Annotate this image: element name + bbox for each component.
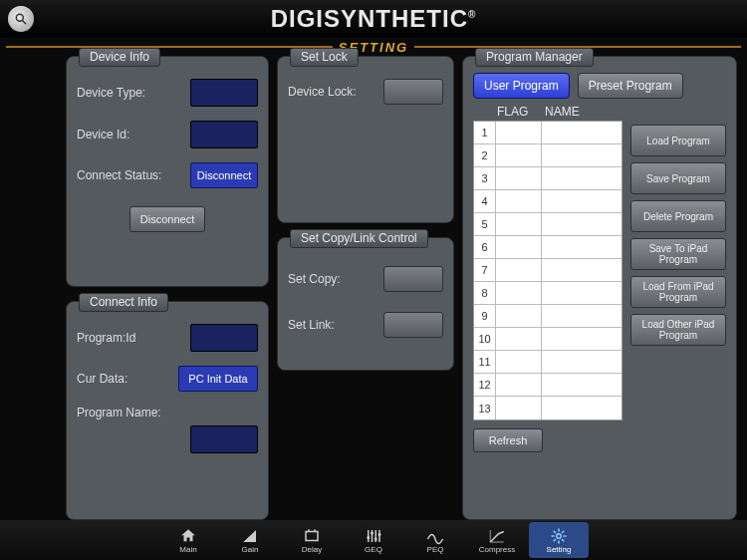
- column-name: NAME: [545, 105, 580, 119]
- table-row[interactable]: 6: [474, 236, 622, 259]
- compress-icon: [487, 527, 507, 545]
- svg-line-1: [23, 21, 26, 24]
- table-row[interactable]: 11: [474, 351, 622, 374]
- program-name-label: Program Name:: [77, 406, 161, 420]
- table-row[interactable]: 3: [474, 167, 622, 190]
- svg-line-23: [562, 530, 564, 532]
- svg-point-11: [374, 537, 377, 540]
- nav-geq[interactable]: GEQ: [344, 522, 403, 558]
- program-table-header: FLAG NAME: [473, 105, 726, 121]
- svg-point-15: [557, 533, 562, 538]
- device-type-label: Device Type:: [77, 86, 145, 100]
- table-row[interactable]: 10: [474, 328, 622, 351]
- nav-peq[interactable]: PEQ: [405, 522, 465, 558]
- cur-data-label: Cur Data:: [77, 372, 127, 386]
- preset-program-tab[interactable]: Preset Program: [578, 73, 683, 99]
- set-link-label: Set Link:: [288, 318, 335, 332]
- connect-status-label: Connect Status:: [77, 168, 161, 182]
- geq-icon: [364, 527, 383, 545]
- svg-line-21: [562, 539, 564, 541]
- disconnect-button[interactable]: Disconnect: [129, 206, 205, 232]
- svg-point-12: [378, 533, 381, 536]
- brand-title: DIGISYNTHETIC®: [34, 5, 713, 33]
- bottom-nav: Main Gain Delay GEQ PEQ Compress Setting: [0, 520, 747, 560]
- refresh-button[interactable]: Refresh: [473, 428, 543, 452]
- column-flag: FLAG: [497, 105, 545, 119]
- nav-setting[interactable]: Setting: [529, 522, 589, 558]
- table-row[interactable]: 9: [474, 305, 622, 328]
- device-info-panel: Device Info Device Type: Device Id: Conn…: [66, 56, 269, 287]
- program-id-label: Program:Id: [77, 331, 135, 345]
- svg-point-9: [367, 536, 370, 539]
- nav-main[interactable]: Main: [158, 522, 218, 558]
- svg-rect-2: [306, 531, 318, 540]
- table-row[interactable]: 4: [474, 190, 622, 213]
- content-area: Device Info Device Type: Device Id: Conn…: [66, 56, 737, 520]
- svg-line-22: [554, 539, 556, 541]
- search-icon[interactable]: [8, 6, 34, 32]
- delete-program-button[interactable]: Delete Program: [630, 200, 726, 232]
- load-program-button[interactable]: Load Program: [630, 125, 726, 156]
- table-row[interactable]: 2: [474, 144, 622, 167]
- program-manager-title: Program Manager: [475, 48, 594, 67]
- connect-info-panel: Connect Info Program:Id Cur Data: PC Ini…: [66, 301, 269, 520]
- user-program-tab[interactable]: User Program: [473, 73, 570, 99]
- program-id-field[interactable]: [190, 324, 258, 352]
- table-row[interactable]: 12: [474, 374, 622, 397]
- device-id-label: Device Id:: [77, 128, 129, 141]
- connect-status-value: Disconnect: [190, 162, 258, 188]
- nav-compress[interactable]: Compress: [467, 522, 527, 558]
- set-copy-panel: Set Copy/Link Control Set Copy: Set Link…: [277, 237, 454, 371]
- connect-info-title: Connect Info: [79, 293, 168, 312]
- set-lock-title: Set Lock: [290, 48, 359, 67]
- table-row[interactable]: 8: [474, 282, 622, 305]
- nav-delay[interactable]: Delay: [282, 522, 342, 558]
- cur-data-value: PC Init Data: [178, 366, 258, 392]
- nav-gain[interactable]: Gain: [220, 522, 280, 558]
- device-lock-button[interactable]: [383, 79, 443, 105]
- table-row[interactable]: 1: [474, 122, 622, 144]
- device-info-title: Device Info: [79, 48, 160, 67]
- top-bar: DIGISYNTHETIC®: [0, 0, 747, 38]
- set-copy-button[interactable]: [383, 266, 443, 292]
- set-copy-label: Set Copy:: [288, 272, 341, 286]
- peq-icon: [425, 527, 445, 545]
- delay-icon: [302, 527, 322, 545]
- gain-icon: [240, 527, 260, 545]
- svg-line-20: [554, 530, 556, 532]
- save-to-ipad-button[interactable]: Save To iPad Program: [630, 238, 726, 270]
- table-row[interactable]: 13: [474, 397, 622, 420]
- device-id-field[interactable]: [190, 121, 258, 148]
- program-table[interactable]: 12345678910111213: [473, 121, 622, 420]
- set-link-button[interactable]: [383, 312, 443, 338]
- home-icon: [178, 527, 198, 545]
- gear-icon: [549, 527, 569, 545]
- load-from-ipad-button[interactable]: Load From iPad Program: [630, 276, 726, 308]
- device-lock-label: Device Lock:: [288, 85, 357, 99]
- device-type-field[interactable]: [190, 79, 258, 107]
- save-program-button[interactable]: Save Program: [630, 162, 726, 194]
- set-copy-title: Set Copy/Link Control: [290, 229, 428, 248]
- program-name-field[interactable]: [190, 425, 258, 453]
- load-other-ipad-button[interactable]: Load Other iPad Program: [630, 314, 726, 346]
- table-row[interactable]: 7: [474, 259, 622, 282]
- svg-point-10: [371, 531, 374, 534]
- table-row[interactable]: 5: [474, 213, 622, 236]
- program-manager-panel: Program Manager User Program Preset Prog…: [462, 56, 737, 520]
- set-lock-panel: Set Lock Device Lock:: [277, 56, 454, 223]
